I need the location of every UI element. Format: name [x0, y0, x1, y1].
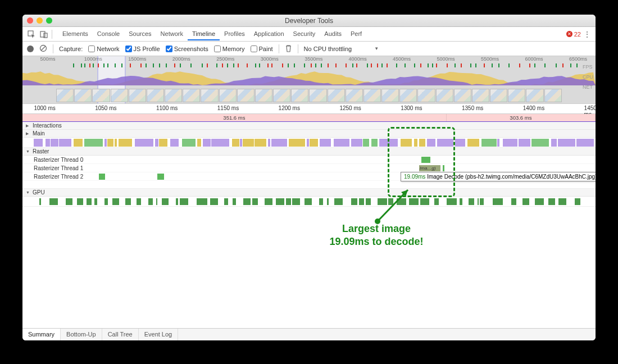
frames-strip[interactable]: 351.6 ms303.6 ms — [22, 114, 596, 122]
gpu-task[interactable] — [137, 198, 142, 205]
main-task[interactable] — [320, 139, 331, 147]
main-task[interactable] — [497, 139, 500, 147]
main-task[interactable] — [268, 139, 270, 147]
track-main[interactable] — [22, 138, 596, 148]
gpu-task[interactable] — [224, 198, 228, 205]
main-task[interactable] — [232, 139, 239, 147]
error-count-badge[interactable]: ✕ 22 — [566, 31, 581, 38]
gpu-task[interactable] — [378, 198, 387, 205]
frame-segment[interactable]: 303.6 ms — [447, 114, 596, 121]
gpu-task[interactable] — [409, 198, 419, 205]
main-task[interactable] — [427, 139, 435, 147]
image-decode-task[interactable]: Ima…g) — [419, 165, 440, 171]
tab-network[interactable]: Network — [156, 28, 188, 40]
main-task[interactable] — [289, 139, 305, 147]
main-task[interactable] — [34, 139, 43, 147]
main-task[interactable] — [351, 139, 362, 147]
main-task[interactable] — [159, 139, 167, 147]
track-raster-header[interactable]: ▼Raster — [22, 148, 596, 156]
gpu-task[interactable] — [292, 198, 299, 205]
gpu-task[interactable] — [351, 198, 357, 205]
main-task[interactable] — [182, 139, 195, 147]
main-task[interactable] — [240, 139, 243, 147]
gpu-task[interactable] — [276, 198, 284, 205]
main-task[interactable] — [401, 139, 412, 147]
main-task[interactable] — [393, 139, 397, 147]
gpu-task[interactable] — [156, 198, 157, 205]
cpu-throttle-select[interactable]: No CPU throttling ▼ — [304, 46, 379, 52]
main-task[interactable] — [481, 139, 497, 147]
gpu-task[interactable] — [104, 198, 108, 205]
main-task[interactable] — [455, 139, 465, 147]
capture-paint-checkbox[interactable]: Paint — [251, 46, 273, 52]
gpu-task[interactable] — [265, 198, 272, 205]
main-task[interactable] — [135, 139, 153, 147]
gpu-task[interactable] — [112, 198, 119, 205]
main-task[interactable] — [243, 139, 254, 147]
gpu-task[interactable] — [397, 198, 407, 205]
gpu-task[interactable] — [511, 198, 516, 205]
gpu-task[interactable] — [87, 198, 92, 205]
main-task[interactable] — [467, 139, 479, 147]
flame-ruler[interactable]: 1000 ms1050 ms1100 ms1150 ms1200 ms1250 … — [22, 104, 596, 114]
gpu-task[interactable] — [535, 198, 544, 205]
gpu-task[interactable] — [558, 198, 567, 205]
gpu-task[interactable] — [493, 198, 503, 205]
gpu-task[interactable] — [286, 198, 291, 205]
gpu-task[interactable] — [319, 198, 323, 205]
main-task[interactable] — [155, 139, 158, 147]
inspect-icon[interactable] — [26, 29, 37, 39]
track-gpu[interactable] — [22, 197, 596, 207]
main-task[interactable] — [271, 139, 287, 147]
main-task[interactable] — [119, 139, 132, 147]
gpu-task[interactable] — [388, 198, 393, 205]
main-task[interactable] — [558, 139, 575, 147]
capture-jsprofile-checkbox[interactable]: JS Profile — [125, 46, 160, 52]
main-task[interactable] — [576, 139, 594, 147]
main-task[interactable] — [531, 139, 548, 147]
main-task[interactable] — [414, 139, 417, 147]
main-task[interactable] — [363, 139, 370, 147]
main-task[interactable] — [46, 139, 50, 147]
clear-button[interactable] — [39, 44, 47, 53]
tab-elements[interactable]: Elements — [58, 28, 93, 40]
more-menu-icon[interactable]: ⋮ — [582, 30, 592, 39]
gpu-task[interactable] — [447, 198, 457, 205]
main-task[interactable] — [107, 139, 113, 147]
gpu-task[interactable] — [49, 198, 58, 205]
details-tab-call-tree[interactable]: Call Tree — [102, 329, 139, 340]
main-task[interactable] — [51, 139, 58, 147]
gpu-task[interactable] — [210, 198, 218, 205]
details-tab-event-log[interactable]: Event Log — [139, 329, 179, 340]
gpu-task[interactable] — [548, 198, 555, 205]
gpu-task[interactable] — [125, 198, 131, 205]
tab-profiles[interactable]: Profiles — [220, 28, 249, 40]
tab-console[interactable]: Console — [93, 28, 124, 40]
main-task[interactable] — [84, 139, 103, 147]
gpu-task[interactable] — [66, 198, 72, 205]
gpu-task[interactable] — [77, 198, 83, 205]
main-task[interactable] — [170, 139, 179, 147]
raster-task[interactable] — [443, 165, 444, 171]
main-task[interactable] — [334, 139, 349, 147]
capture-memory-checkbox[interactable]: Memory — [214, 46, 245, 52]
main-task[interactable] — [551, 139, 557, 147]
gpu-task[interactable] — [252, 198, 258, 205]
record-button[interactable] — [27, 46, 34, 52]
raster-thread-0[interactable]: Rasterizer Thread 0 — [22, 156, 596, 164]
gpu-task[interactable] — [469, 198, 474, 205]
main-task[interactable] — [59, 139, 71, 147]
frame-segment[interactable]: 351.6 ms — [22, 114, 447, 121]
raster-task[interactable] — [99, 174, 105, 180]
main-task[interactable] — [419, 139, 425, 147]
gc-button[interactable] — [285, 44, 292, 53]
gpu-task[interactable] — [522, 198, 529, 205]
gpu-task[interactable] — [366, 198, 371, 205]
tab-application[interactable]: Application — [249, 28, 289, 40]
tab-perf[interactable]: Perf — [346, 28, 366, 40]
gpu-task[interactable] — [480, 198, 484, 205]
gpu-task[interactable] — [148, 198, 153, 205]
gpu-task[interactable] — [478, 198, 479, 205]
main-task[interactable] — [379, 139, 393, 147]
raster-task[interactable] — [157, 174, 164, 180]
